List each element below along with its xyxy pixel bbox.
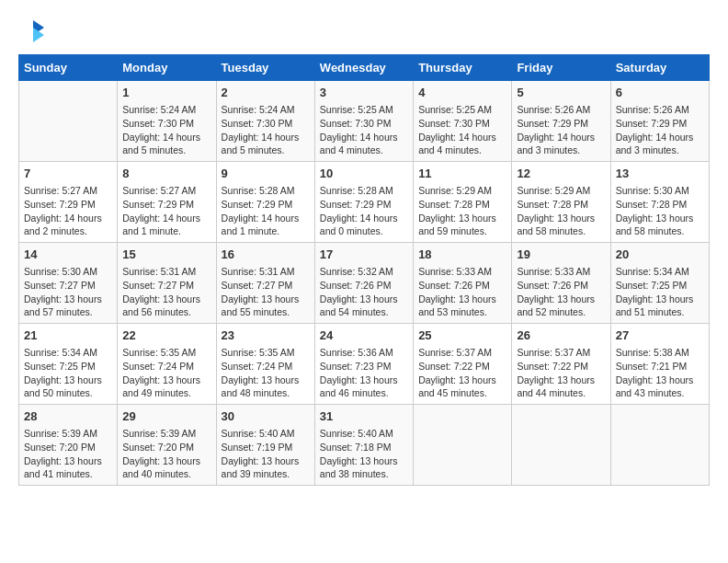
calendar-cell: 9Sunrise: 5:28 AM Sunset: 7:29 PM Daylig… — [216, 162, 314, 243]
calendar-cell: 16Sunrise: 5:31 AM Sunset: 7:27 PM Dayli… — [216, 243, 314, 324]
day-info: Sunrise: 5:39 AM Sunset: 7:20 PM Dayligh… — [122, 427, 210, 481]
day-info: Sunrise: 5:32 AM Sunset: 7:26 PM Dayligh… — [320, 265, 408, 319]
day-number: 22 — [122, 327, 210, 344]
calendar-cell: 28Sunrise: 5:39 AM Sunset: 7:20 PM Dayli… — [19, 404, 118, 485]
day-number: 20 — [616, 247, 704, 263]
day-number: 26 — [517, 327, 605, 344]
calendar-cell: 29Sunrise: 5:39 AM Sunset: 7:20 PM Dayli… — [118, 404, 216, 485]
calendar-cell: 4Sunrise: 5:25 AM Sunset: 7:30 PM Daylig… — [414, 81, 512, 162]
day-number: 1 — [122, 85, 210, 101]
day-number: 19 — [517, 247, 605, 263]
day-number: 4 — [418, 85, 506, 101]
day-info: Sunrise: 5:28 AM Sunset: 7:29 PM Dayligh… — [222, 184, 310, 238]
day-number: 27 — [616, 327, 704, 344]
day-number: 17 — [320, 247, 408, 263]
calendar-week-2: 7Sunrise: 5:27 AM Sunset: 7:29 PM Daylig… — [19, 162, 710, 243]
day-number: 2 — [222, 85, 310, 101]
day-number: 15 — [122, 247, 210, 263]
day-info: Sunrise: 5:30 AM Sunset: 7:27 PM Dayligh… — [24, 265, 112, 319]
day-info: Sunrise: 5:27 AM Sunset: 7:29 PM Dayligh… — [122, 184, 210, 238]
day-number: 12 — [517, 166, 605, 182]
day-info: Sunrise: 5:25 AM Sunset: 7:30 PM Dayligh… — [320, 103, 408, 157]
calendar-week-1: 1Sunrise: 5:24 AM Sunset: 7:30 PM Daylig… — [19, 81, 710, 162]
calendar-cell: 13Sunrise: 5:30 AM Sunset: 7:28 PM Dayli… — [610, 162, 709, 243]
day-info: Sunrise: 5:33 AM Sunset: 7:26 PM Dayligh… — [517, 265, 605, 319]
day-info: Sunrise: 5:40 AM Sunset: 7:19 PM Dayligh… — [222, 427, 310, 481]
day-info: Sunrise: 5:39 AM Sunset: 7:20 PM Dayligh… — [24, 427, 112, 481]
day-info: Sunrise: 5:33 AM Sunset: 7:26 PM Dayligh… — [418, 265, 506, 319]
day-info: Sunrise: 5:35 AM Sunset: 7:24 PM Dayligh… — [222, 346, 310, 400]
day-number: 16 — [222, 247, 310, 263]
weekday-header-tuesday: Tuesday — [216, 55, 314, 81]
day-number: 29 — [122, 408, 210, 425]
calendar-table: SundayMondayTuesdayWednesdayThursdayFrid… — [18, 54, 710, 486]
day-number: 25 — [418, 327, 506, 344]
day-info: Sunrise: 5:34 AM Sunset: 7:25 PM Dayligh… — [616, 265, 704, 319]
day-info: Sunrise: 5:37 AM Sunset: 7:22 PM Dayligh… — [517, 346, 605, 400]
page-header — [18, 18, 710, 45]
calendar-cell — [414, 404, 512, 485]
calendar-cell: 19Sunrise: 5:33 AM Sunset: 7:26 PM Dayli… — [512, 243, 610, 324]
day-number: 3 — [320, 85, 408, 101]
calendar-cell: 30Sunrise: 5:40 AM Sunset: 7:19 PM Dayli… — [216, 404, 314, 485]
day-info: Sunrise: 5:29 AM Sunset: 7:28 PM Dayligh… — [418, 184, 506, 238]
calendar-cell: 15Sunrise: 5:31 AM Sunset: 7:27 PM Dayli… — [118, 243, 216, 324]
day-number: 7 — [24, 166, 112, 182]
day-number: 30 — [222, 408, 310, 425]
calendar-cell — [610, 404, 709, 485]
weekday-header-row: SundayMondayTuesdayWednesdayThursdayFrid… — [19, 55, 710, 81]
calendar-cell: 20Sunrise: 5:34 AM Sunset: 7:25 PM Dayli… — [610, 243, 709, 324]
day-info: Sunrise: 5:27 AM Sunset: 7:29 PM Dayligh… — [24, 184, 112, 238]
calendar-cell: 31Sunrise: 5:40 AM Sunset: 7:18 PM Dayli… — [314, 404, 413, 485]
day-number: 9 — [222, 166, 310, 182]
calendar-cell: 26Sunrise: 5:37 AM Sunset: 7:22 PM Dayli… — [512, 324, 610, 405]
day-number: 8 — [122, 166, 210, 182]
day-info: Sunrise: 5:36 AM Sunset: 7:23 PM Dayligh… — [320, 346, 408, 400]
calendar-cell: 10Sunrise: 5:28 AM Sunset: 7:29 PM Dayli… — [314, 162, 413, 243]
day-number: 14 — [24, 247, 112, 263]
day-info: Sunrise: 5:34 AM Sunset: 7:25 PM Dayligh… — [24, 346, 112, 400]
day-info: Sunrise: 5:35 AM Sunset: 7:24 PM Dayligh… — [122, 346, 210, 400]
weekday-header-friday: Friday — [512, 55, 610, 81]
day-number: 11 — [418, 166, 506, 182]
calendar-cell: 6Sunrise: 5:26 AM Sunset: 7:29 PM Daylig… — [610, 81, 709, 162]
day-number: 18 — [418, 247, 506, 263]
calendar-cell: 12Sunrise: 5:29 AM Sunset: 7:28 PM Dayli… — [512, 162, 610, 243]
day-info: Sunrise: 5:29 AM Sunset: 7:28 PM Dayligh… — [517, 184, 605, 238]
day-number: 24 — [320, 327, 408, 344]
calendar-cell: 5Sunrise: 5:26 AM Sunset: 7:29 PM Daylig… — [512, 81, 610, 162]
day-number: 28 — [24, 408, 112, 425]
calendar-cell: 23Sunrise: 5:35 AM Sunset: 7:24 PM Dayli… — [216, 324, 314, 405]
calendar-cell: 1Sunrise: 5:24 AM Sunset: 7:30 PM Daylig… — [118, 81, 216, 162]
weekday-header-sunday: Sunday — [19, 55, 118, 81]
day-info: Sunrise: 5:24 AM Sunset: 7:30 PM Dayligh… — [122, 103, 210, 157]
calendar-cell: 17Sunrise: 5:32 AM Sunset: 7:26 PM Dayli… — [314, 243, 413, 324]
day-number: 6 — [616, 85, 704, 101]
calendar-cell: 8Sunrise: 5:27 AM Sunset: 7:29 PM Daylig… — [118, 162, 216, 243]
calendar-cell: 3Sunrise: 5:25 AM Sunset: 7:30 PM Daylig… — [314, 81, 413, 162]
day-info: Sunrise: 5:26 AM Sunset: 7:29 PM Dayligh… — [517, 103, 605, 157]
day-info: Sunrise: 5:37 AM Sunset: 7:22 PM Dayligh… — [418, 346, 506, 400]
day-info: Sunrise: 5:25 AM Sunset: 7:30 PM Dayligh… — [418, 103, 506, 157]
day-info: Sunrise: 5:26 AM Sunset: 7:29 PM Dayligh… — [616, 103, 704, 157]
day-number: 10 — [320, 166, 408, 182]
calendar-cell: 21Sunrise: 5:34 AM Sunset: 7:25 PM Dayli… — [19, 324, 118, 405]
calendar-cell: 25Sunrise: 5:37 AM Sunset: 7:22 PM Dayli… — [414, 324, 512, 405]
day-number: 31 — [320, 408, 408, 425]
logo-flag-icon — [20, 18, 46, 44]
calendar-cell: 2Sunrise: 5:24 AM Sunset: 7:30 PM Daylig… — [216, 81, 314, 162]
calendar-week-5: 28Sunrise: 5:39 AM Sunset: 7:20 PM Dayli… — [19, 404, 710, 485]
calendar-cell: 22Sunrise: 5:35 AM Sunset: 7:24 PM Dayli… — [118, 324, 216, 405]
day-info: Sunrise: 5:28 AM Sunset: 7:29 PM Dayligh… — [320, 184, 408, 238]
weekday-header-thursday: Thursday — [414, 55, 512, 81]
weekday-header-wednesday: Wednesday — [314, 55, 413, 81]
day-number: 21 — [24, 327, 112, 344]
weekday-header-saturday: Saturday — [610, 55, 709, 81]
calendar-cell: 7Sunrise: 5:27 AM Sunset: 7:29 PM Daylig… — [19, 162, 118, 243]
day-info: Sunrise: 5:31 AM Sunset: 7:27 PM Dayligh… — [222, 265, 310, 319]
calendar-cell: 14Sunrise: 5:30 AM Sunset: 7:27 PM Dayli… — [19, 243, 118, 324]
calendar-cell — [19, 81, 118, 162]
calendar-week-4: 21Sunrise: 5:34 AM Sunset: 7:25 PM Dayli… — [19, 324, 710, 405]
day-number: 5 — [517, 85, 605, 101]
logo — [18, 18, 46, 45]
